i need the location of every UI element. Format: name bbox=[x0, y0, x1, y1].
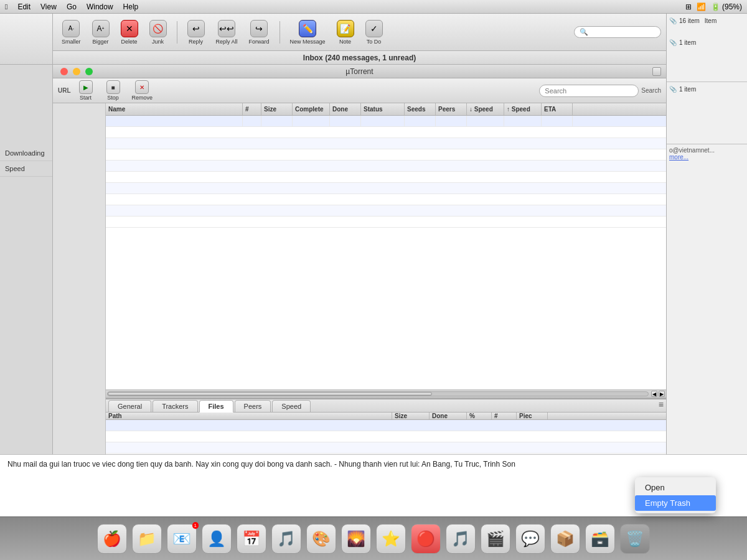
new-message-button[interactable]: ✏️ New Message bbox=[286, 17, 329, 47]
dock-box[interactable]: 📦 bbox=[550, 524, 580, 554]
horizontal-scrollbar[interactable]: ◀ ▶ bbox=[106, 390, 666, 398]
dock-finder[interactable]: 🍎 bbox=[97, 524, 127, 554]
dock-photos[interactable]: 🎨 bbox=[306, 524, 336, 554]
tab-files[interactable]: Files bbox=[199, 400, 233, 413]
dock-calendar[interactable]: 📅 bbox=[237, 524, 266, 554]
fcol-num: # bbox=[492, 413, 517, 419]
context-open[interactable]: Open bbox=[635, 480, 716, 495]
reply-button[interactable]: ↩ Reply bbox=[184, 17, 209, 47]
col-complete: Complete bbox=[293, 103, 330, 115]
remove-icon: ✕ bbox=[135, 80, 149, 94]
dock-itunes[interactable]: 🎵 bbox=[271, 524, 301, 554]
dock: 🍎 📁 📧1 👤 📅 🎵 🎨 🌄 ⭐ 🔴 🎵 🎬 💬 📦 🗃️ 🗑️ bbox=[0, 516, 747, 560]
table-row[interactable] bbox=[106, 420, 666, 431]
col-peers: Peers bbox=[436, 103, 467, 115]
search-icon: 🔍 bbox=[580, 28, 588, 36]
start-button[interactable]: ▶ Start bbox=[73, 79, 98, 102]
dock-messages[interactable]: 💬 bbox=[515, 524, 545, 554]
dock-contacts[interactable]: 👤 bbox=[202, 524, 232, 554]
menu-bar:  Edit View Go Window Help ⊞ 📶 🔋 (95%) bbox=[0, 0, 747, 14]
utorrent-titlebar: µTorrent bbox=[53, 65, 666, 78]
table-row[interactable] bbox=[106, 205, 666, 217]
table-row[interactable] bbox=[106, 149, 666, 161]
fcol-done: Done bbox=[430, 413, 467, 419]
menu-window[interactable]: Window bbox=[87, 2, 113, 11]
table-row[interactable] bbox=[106, 194, 666, 205]
reply-all-icon: ↩↩ bbox=[218, 20, 235, 37]
more-link[interactable]: more... bbox=[669, 154, 745, 161]
scrollbar-thumb[interactable] bbox=[108, 392, 432, 396]
attachment-item-16[interactable]: 📎 16 item Item bbox=[669, 16, 745, 26]
delete-button[interactable]: ✕ Delete bbox=[117, 17, 142, 47]
tab-general[interactable]: General bbox=[108, 400, 151, 412]
fcol-piec: Piec bbox=[517, 413, 548, 419]
window-controls bbox=[58, 68, 93, 75]
dock-mail[interactable]: 📧1 bbox=[167, 524, 197, 554]
reply-all-button[interactable]: ↩↩ Reply All bbox=[212, 17, 242, 47]
mail-toolbar: A- Smaller A+ Bigger ✕ Delete 🚫 Junk ↩ R… bbox=[53, 14, 666, 51]
stop-icon: ■ bbox=[106, 80, 120, 94]
attachment-item-1[interactable]: 📎 1 item bbox=[669, 38, 745, 47]
url-label: URL bbox=[58, 87, 71, 94]
files-table-header: Path Size Done % # Piec bbox=[106, 413, 666, 420]
tab-speed[interactable]: Speed bbox=[272, 400, 311, 412]
tab-peers[interactable]: Peers bbox=[235, 400, 271, 412]
paperclip-icon-1: 📎 bbox=[669, 17, 677, 24]
col-done: Done bbox=[330, 103, 361, 115]
table-row[interactable] bbox=[106, 431, 666, 442]
mail-search-box[interactable]: 🔍 bbox=[574, 26, 661, 38]
scrollbar-track bbox=[107, 391, 649, 396]
table-row[interactable] bbox=[106, 138, 666, 149]
menu-apple[interactable]:  bbox=[5, 2, 7, 11]
menu-view[interactable]: View bbox=[40, 2, 57, 11]
dock-star[interactable]: ⭐ bbox=[376, 524, 406, 554]
dock-red[interactable]: 🔴 bbox=[411, 524, 441, 554]
close-button[interactable] bbox=[60, 68, 68, 75]
scroll-right-btn[interactable]: ▶ bbox=[659, 391, 665, 397]
table-row[interactable] bbox=[106, 217, 666, 228]
maximize-button[interactable] bbox=[85, 68, 93, 75]
table-row[interactable] bbox=[106, 442, 666, 454]
context-empty-trash[interactable]: Empty Trash bbox=[635, 495, 716, 511]
junk-button[interactable]: 🚫 Junk bbox=[146, 17, 171, 47]
remove-button[interactable]: ✕ Remove bbox=[128, 79, 157, 102]
menu-battery: 🔋 (95%) bbox=[711, 2, 742, 11]
forward-icon: ↪ bbox=[250, 20, 268, 37]
table-row[interactable] bbox=[106, 116, 666, 127]
menu-go[interactable]: Go bbox=[67, 2, 77, 11]
table-row[interactable] bbox=[106, 161, 666, 172]
dock-files[interactable]: 🗃️ bbox=[585, 524, 615, 554]
tab-menu-icon[interactable]: ≡ bbox=[659, 399, 664, 412]
table-row[interactable] bbox=[106, 183, 666, 194]
table-row[interactable] bbox=[106, 172, 666, 183]
minimize-button[interactable] bbox=[73, 68, 80, 75]
bigger-icon: A+ bbox=[92, 20, 110, 37]
utorrent-search-input[interactable] bbox=[539, 85, 639, 97]
menu-help[interactable]: Help bbox=[123, 2, 139, 11]
smaller-button[interactable]: A- Smaller bbox=[58, 17, 85, 47]
scroll-left-btn[interactable]: ◀ bbox=[651, 391, 657, 397]
dock-folder[interactable]: 📁 bbox=[132, 524, 162, 554]
sidebar-item-downloading[interactable]: Downloading bbox=[0, 146, 52, 161]
forward-button[interactable]: ↪ Forward bbox=[245, 17, 273, 47]
todo-button[interactable]: ✓ To Do bbox=[362, 17, 387, 47]
attachment-item-mid[interactable]: 📎 1 item bbox=[669, 85, 745, 94]
note-icon: 📝 bbox=[337, 20, 354, 37]
menu-edit[interactable]: Edit bbox=[17, 2, 31, 11]
resize-icon[interactable] bbox=[652, 67, 661, 76]
paperclip-icon-2: 📎 bbox=[669, 39, 677, 46]
sidebar-item-speed[interactable]: Speed bbox=[0, 161, 52, 177]
stop-button[interactable]: ■ Stop bbox=[101, 79, 126, 102]
dock-video[interactable]: 🎬 bbox=[481, 524, 510, 554]
junk-icon: 🚫 bbox=[149, 20, 167, 37]
dock-trash[interactable]: 🗑️ bbox=[620, 524, 650, 554]
table-row[interactable] bbox=[106, 127, 666, 138]
col-num: # bbox=[243, 103, 261, 115]
note-button[interactable]: 📝 Note bbox=[333, 17, 358, 47]
dock-preview[interactable]: 🌄 bbox=[341, 524, 371, 554]
tab-trackers[interactable]: Trackers bbox=[153, 400, 197, 412]
bigger-button[interactable]: A+ Bigger bbox=[88, 17, 113, 47]
smaller-icon: A- bbox=[62, 20, 80, 37]
dock-music[interactable]: 🎵 bbox=[446, 524, 476, 554]
col-status: Status bbox=[361, 103, 405, 115]
